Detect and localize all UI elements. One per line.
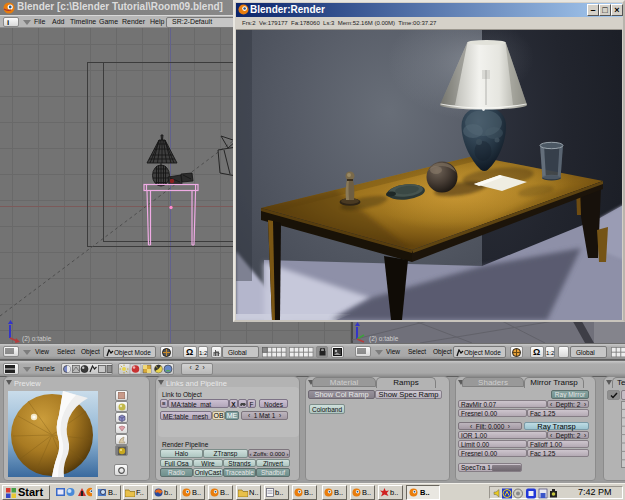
svg-text:(2) o:table: (2) o:table <box>22 335 52 343</box>
svg-text:(2) o:table: (2) o:table <box>369 335 399 343</box>
